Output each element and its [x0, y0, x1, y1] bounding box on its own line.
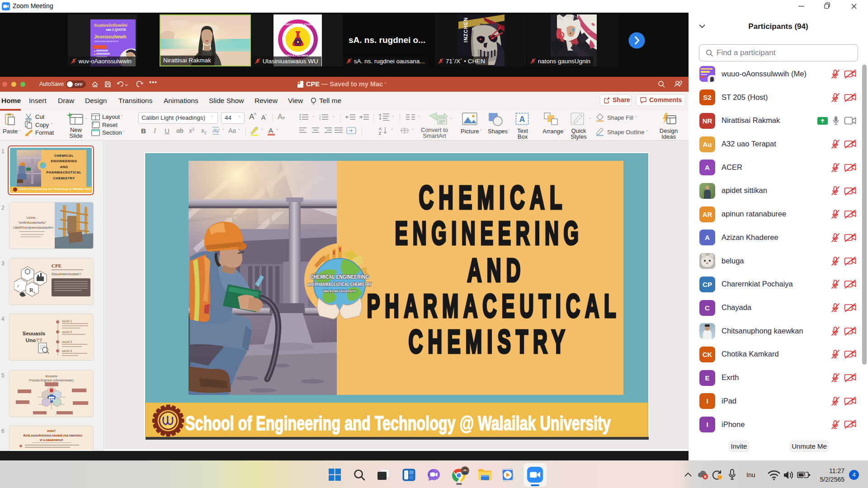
- svg-text:CHEMICAL: CHEMICAL: [419, 179, 567, 216]
- svg-text:AND: AND: [467, 252, 526, 288]
- svg-text:A: A: [519, 115, 525, 124]
- svg-text:CHEMICAL ENGINEERING: CHEMICAL ENGINEERING: [310, 273, 369, 280]
- svg-text:BTS: BTS: [50, 398, 55, 400]
- svg-text:and PHARMACEUTICAL CHEMISTRY: and PHARMACEUTICAL CHEMISTRY: [307, 282, 372, 287]
- svg-text:A: A: [379, 127, 382, 131]
- svg-text:KEEP FIGHTING COVID: KEEP FIGHTING COVID: [284, 23, 312, 25]
- svg-text:3: 3: [319, 118, 321, 120]
- svg-text:Z: Z: [379, 131, 382, 135]
- svg-text:WALAILAK UNIVERSITY: WALAILAK UNIVERSITY: [323, 290, 356, 293]
- svg-text:School of Engineering and Tech: School of Engineering and Technology @ W…: [185, 412, 611, 435]
- svg-text:CHEMISTRY: CHEMISTRY: [409, 324, 570, 360]
- svg-text:P: P: [298, 81, 300, 84]
- svg-text:x: x: [33, 291, 35, 295]
- svg-text:ENGINEERING: ENGINEERING: [395, 215, 584, 251]
- svg-text:PHARMACEUTICAL: PHARMACEUTICAL: [367, 288, 621, 324]
- svg-text:R: R: [29, 287, 33, 293]
- svg-text:ƒ: ƒ: [17, 284, 19, 288]
